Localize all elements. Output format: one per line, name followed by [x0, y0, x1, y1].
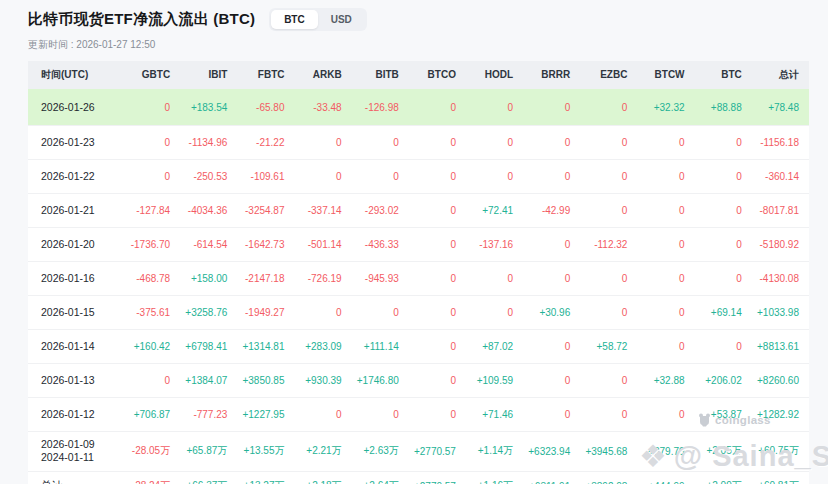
update-time: 更新时间 : 2026-01-27 12:50: [0, 31, 828, 52]
total-value-cell: +2770.57: [409, 471, 466, 484]
value-cell: +30.96: [523, 295, 580, 329]
value-cell: 0: [523, 363, 580, 397]
column-header-gbtc: GBTC: [123, 61, 180, 89]
value-cell: -42.99: [523, 193, 580, 227]
value-cell: +72.41: [466, 193, 523, 227]
date-cell: 2026-01-092024-01-11: [28, 431, 123, 471]
column-header-btcw: BTCW: [637, 61, 694, 89]
value-cell: -127.84: [123, 193, 180, 227]
value-cell: 0: [409, 227, 466, 261]
value-cell: -1156.18: [752, 125, 809, 159]
value-cell: 0: [523, 227, 580, 261]
value-cell: +183.54: [180, 89, 237, 125]
toggle-btc-button[interactable]: BTC: [271, 10, 318, 29]
value-cell: 0: [294, 397, 351, 431]
value-cell: -33.48: [294, 89, 351, 125]
value-cell: -65.80: [237, 89, 294, 125]
value-cell: -109.61: [237, 159, 294, 193]
date-cell: 2026-01-15: [28, 295, 123, 329]
value-cell: +160.42: [123, 329, 180, 363]
date-cell: 2026-01-12: [28, 397, 123, 431]
value-cell: 0: [409, 89, 466, 125]
column-header-brrr: BRRR: [523, 61, 580, 89]
table-row: 2026-01-260+183.54-65.80-33.48-126.98000…: [28, 89, 809, 125]
value-cell: -250.53: [180, 159, 237, 193]
value-cell: -112.32: [580, 227, 637, 261]
page-title: 比特币现货ETF净流入流出 (BTC): [28, 10, 255, 29]
value-cell: -5180.92: [752, 227, 809, 261]
value-cell: +1384.07: [180, 363, 237, 397]
table-header-row: 时间(UTC)GBTCIBITFBTCARKBBITBBTCOHODLBRRRE…: [28, 61, 809, 89]
column-header-arkb: ARKB: [294, 61, 351, 89]
value-cell: -1134.96: [180, 125, 237, 159]
table-row: 2026-01-20-1736.70-614.54-1642.73-501.14…: [28, 227, 809, 261]
total-value-cell: +13.27万: [237, 471, 294, 484]
value-cell: 0: [695, 159, 752, 193]
column-header-btc: BTC: [695, 61, 752, 89]
value-cell: -4034.36: [180, 193, 237, 227]
value-cell: 0: [580, 125, 637, 159]
value-cell: 0: [352, 159, 409, 193]
value-cell: 0: [580, 89, 637, 125]
value-cell: 0: [580, 363, 637, 397]
value-cell: -777.23: [180, 397, 237, 431]
total-value-cell: +6311.91: [523, 471, 580, 484]
bear-logo-icon: [698, 413, 711, 427]
toggle-usd-button[interactable]: USD: [318, 10, 365, 29]
value-cell: +71.46: [466, 397, 523, 431]
value-cell: +65.87万: [180, 431, 237, 471]
value-cell: 0: [409, 193, 466, 227]
total-label-cell: 总计: [28, 471, 123, 484]
date-cell: 2026-01-14: [28, 329, 123, 363]
value-cell: 0: [466, 125, 523, 159]
value-cell: -2147.18: [237, 261, 294, 295]
total-value-cell: +66.37万: [180, 471, 237, 484]
value-cell: -468.78: [123, 261, 180, 295]
value-cell: +1746.80: [352, 363, 409, 397]
value-cell: -126.98: [352, 89, 409, 125]
value-cell: +13.55万: [237, 431, 294, 471]
table-row: 2026-01-130+1384.07+3850.85+930.39+1746.…: [28, 363, 809, 397]
column-header-ezbc: EZBC: [580, 61, 637, 89]
value-cell: +32.32: [637, 89, 694, 125]
column-header-ibit: IBIT: [180, 61, 237, 89]
value-cell: 0: [123, 159, 180, 193]
value-cell: 0: [637, 397, 694, 431]
value-cell: 0: [695, 261, 752, 295]
total-value-cell: -28.24万: [123, 471, 180, 484]
value-cell: -3254.87: [237, 193, 294, 227]
value-cell: -28.05万: [123, 431, 180, 471]
table-row: 2026-01-21-127.84-4034.36-3254.87-337.14…: [28, 193, 809, 227]
value-cell: 0: [695, 227, 752, 261]
value-cell: +32.88: [637, 363, 694, 397]
value-cell: +2.21万: [294, 431, 351, 471]
value-cell: -501.14: [294, 227, 351, 261]
table-row: 2026-01-220-250.53-109.6100000000-360.14: [28, 159, 809, 193]
value-cell: 0: [466, 295, 523, 329]
etf-flow-page: 比特币现货ETF净流入流出 (BTC) BTC USD 更新时间 : 2026-…: [0, 0, 828, 484]
value-cell: -614.54: [180, 227, 237, 261]
column-header-fbtc: FBTC: [237, 61, 294, 89]
value-cell: -945.93: [352, 261, 409, 295]
table-row: 2026-01-15-375.61+3258.76-1949.270000+30…: [28, 295, 809, 329]
column-header-time: 时间(UTC): [28, 61, 123, 89]
value-cell: 0: [352, 295, 409, 329]
value-cell: 0: [580, 261, 637, 295]
value-cell: +69.14: [695, 295, 752, 329]
value-cell: +1314.81: [237, 329, 294, 363]
value-cell: 0: [637, 159, 694, 193]
value-cell: 0: [637, 261, 694, 295]
value-cell: 0: [580, 159, 637, 193]
value-cell: +706.87: [123, 397, 180, 431]
value-cell: 0: [580, 295, 637, 329]
value-cell: +78.48: [752, 89, 809, 125]
value-cell: 0: [637, 125, 694, 159]
date-cell: 2026-01-20: [28, 227, 123, 261]
value-cell: 0: [352, 397, 409, 431]
value-cell: -726.19: [294, 261, 351, 295]
table-row: 2026-01-230-1134.96-21.2200000000-1156.1…: [28, 125, 809, 159]
value-cell: -1736.70: [123, 227, 180, 261]
value-cell: -375.61: [123, 295, 180, 329]
coinglass-watermark: coinglass: [698, 413, 771, 427]
value-cell: -436.33: [352, 227, 409, 261]
